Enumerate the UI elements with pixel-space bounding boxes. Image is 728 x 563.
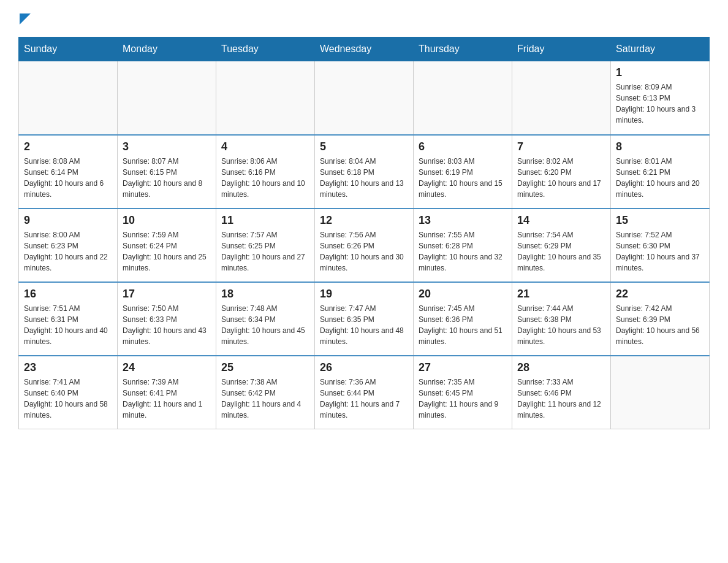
calendar-cell: 3Sunrise: 8:07 AM Sunset: 6:15 PM Daylig…	[118, 135, 216, 209]
calendar-week-row: 2Sunrise: 8:08 AM Sunset: 6:14 PM Daylig…	[19, 135, 710, 209]
calendar-cell: 26Sunrise: 7:36 AM Sunset: 6:44 PM Dayli…	[315, 356, 414, 429]
day-number: 25	[221, 361, 309, 374]
day-number: 26	[320, 361, 408, 374]
day-number: 6	[419, 140, 507, 153]
day-info: Sunrise: 7:59 AM Sunset: 6:24 PM Dayligh…	[123, 229, 211, 274]
calendar-cell	[19, 61, 118, 135]
calendar-cell: 14Sunrise: 7:54 AM Sunset: 6:29 PM Dayli…	[512, 209, 611, 282]
logo	[18, 12, 31, 25]
day-number: 14	[517, 214, 605, 227]
calendar-cell: 4Sunrise: 8:06 AM Sunset: 6:16 PM Daylig…	[216, 135, 315, 209]
day-info: Sunrise: 8:02 AM Sunset: 6:20 PM Dayligh…	[517, 156, 605, 200]
day-info: Sunrise: 7:42 AM Sunset: 6:39 PM Dayligh…	[616, 303, 704, 347]
calendar-cell	[512, 61, 611, 135]
calendar-cell: 24Sunrise: 7:39 AM Sunset: 6:41 PM Dayli…	[118, 356, 216, 429]
calendar-week-row: 1Sunrise: 8:09 AM Sunset: 6:13 PM Daylig…	[19, 61, 710, 135]
day-number: 27	[419, 361, 507, 374]
calendar-cell: 15Sunrise: 7:52 AM Sunset: 6:30 PM Dayli…	[611, 209, 710, 282]
calendar-cell: 6Sunrise: 8:03 AM Sunset: 6:19 PM Daylig…	[414, 135, 512, 209]
day-info: Sunrise: 7:50 AM Sunset: 6:33 PM Dayligh…	[123, 303, 211, 347]
day-info: Sunrise: 7:54 AM Sunset: 6:29 PM Dayligh…	[517, 229, 605, 274]
day-number: 2	[24, 140, 112, 153]
day-number: 18	[221, 288, 309, 301]
weekday-header-sunday: Sunday	[19, 37, 118, 61]
day-info: Sunrise: 7:56 AM Sunset: 6:26 PM Dayligh…	[320, 229, 408, 274]
day-number: 15	[616, 214, 704, 227]
day-info: Sunrise: 7:52 AM Sunset: 6:30 PM Dayligh…	[616, 229, 704, 274]
calendar-cell	[216, 61, 315, 135]
day-number: 20	[419, 288, 507, 301]
day-info: Sunrise: 7:38 AM Sunset: 6:42 PM Dayligh…	[221, 377, 309, 421]
calendar-cell: 28Sunrise: 7:33 AM Sunset: 6:46 PM Dayli…	[512, 356, 611, 429]
day-number: 24	[123, 361, 211, 374]
calendar-cell: 27Sunrise: 7:35 AM Sunset: 6:45 PM Dayli…	[414, 356, 512, 429]
calendar-cell: 22Sunrise: 7:42 AM Sunset: 6:39 PM Dayli…	[611, 282, 710, 356]
calendar-cell: 20Sunrise: 7:45 AM Sunset: 6:36 PM Dayli…	[414, 282, 512, 356]
calendar-cell: 9Sunrise: 8:00 AM Sunset: 6:23 PM Daylig…	[19, 209, 118, 282]
day-number: 17	[123, 288, 211, 301]
calendar-cell: 18Sunrise: 7:48 AM Sunset: 6:34 PM Dayli…	[216, 282, 315, 356]
svg-marker-0	[20, 13, 31, 25]
weekday-header-saturday: Saturday	[611, 37, 710, 61]
day-info: Sunrise: 7:45 AM Sunset: 6:36 PM Dayligh…	[419, 303, 507, 347]
weekday-header-tuesday: Tuesday	[216, 37, 315, 61]
day-info: Sunrise: 8:07 AM Sunset: 6:15 PM Dayligh…	[123, 156, 211, 200]
calendar-cell: 10Sunrise: 7:59 AM Sunset: 6:24 PM Dayli…	[118, 209, 216, 282]
day-number: 13	[419, 214, 507, 227]
calendar-cell: 23Sunrise: 7:41 AM Sunset: 6:40 PM Dayli…	[19, 356, 118, 429]
calendar-cell: 11Sunrise: 7:57 AM Sunset: 6:25 PM Dayli…	[216, 209, 315, 282]
calendar-cell	[118, 61, 216, 135]
calendar-cell: 19Sunrise: 7:47 AM Sunset: 6:35 PM Dayli…	[315, 282, 414, 356]
day-info: Sunrise: 7:44 AM Sunset: 6:38 PM Dayligh…	[517, 303, 605, 347]
day-number: 11	[221, 214, 309, 227]
day-info: Sunrise: 8:09 AM Sunset: 6:13 PM Dayligh…	[616, 82, 704, 126]
calendar-cell: 13Sunrise: 7:55 AM Sunset: 6:28 PM Dayli…	[414, 209, 512, 282]
day-info: Sunrise: 7:41 AM Sunset: 6:40 PM Dayligh…	[24, 377, 112, 421]
day-info: Sunrise: 7:55 AM Sunset: 6:28 PM Dayligh…	[419, 229, 507, 274]
day-number: 12	[320, 214, 408, 227]
day-number: 22	[616, 288, 704, 301]
weekday-header-row: SundayMondayTuesdayWednesdayThursdayFrid…	[19, 37, 710, 61]
day-number: 3	[123, 140, 211, 153]
day-info: Sunrise: 7:33 AM Sunset: 6:46 PM Dayligh…	[517, 377, 605, 421]
day-number: 4	[221, 140, 309, 153]
day-info: Sunrise: 8:04 AM Sunset: 6:18 PM Dayligh…	[320, 156, 408, 200]
logo-triangle-icon	[20, 13, 31, 25]
calendar-cell	[611, 356, 710, 429]
day-info: Sunrise: 8:06 AM Sunset: 6:16 PM Dayligh…	[221, 156, 309, 200]
calendar-week-row: 16Sunrise: 7:51 AM Sunset: 6:31 PM Dayli…	[19, 282, 710, 356]
day-number: 1	[616, 66, 704, 79]
day-info: Sunrise: 7:39 AM Sunset: 6:41 PM Dayligh…	[123, 377, 211, 421]
calendar-cell: 25Sunrise: 7:38 AM Sunset: 6:42 PM Dayli…	[216, 356, 315, 429]
day-info: Sunrise: 7:36 AM Sunset: 6:44 PM Dayligh…	[320, 377, 408, 421]
day-info: Sunrise: 7:48 AM Sunset: 6:34 PM Dayligh…	[221, 303, 309, 347]
day-info: Sunrise: 8:03 AM Sunset: 6:19 PM Dayligh…	[419, 156, 507, 200]
weekday-header-friday: Friday	[512, 37, 611, 61]
day-info: Sunrise: 8:00 AM Sunset: 6:23 PM Dayligh…	[24, 229, 112, 274]
day-number: 28	[517, 361, 605, 374]
day-info: Sunrise: 7:47 AM Sunset: 6:35 PM Dayligh…	[320, 303, 408, 347]
page-header	[18, 12, 710, 25]
calendar-cell: 5Sunrise: 8:04 AM Sunset: 6:18 PM Daylig…	[315, 135, 414, 209]
calendar-cell: 8Sunrise: 8:01 AM Sunset: 6:21 PM Daylig…	[611, 135, 710, 209]
calendar-cell	[414, 61, 512, 135]
weekday-header-thursday: Thursday	[414, 37, 512, 61]
day-info: Sunrise: 7:51 AM Sunset: 6:31 PM Dayligh…	[24, 303, 112, 347]
weekday-header-wednesday: Wednesday	[315, 37, 414, 61]
calendar-table: SundayMondayTuesdayWednesdayThursdayFrid…	[18, 37, 710, 429]
day-number: 19	[320, 288, 408, 301]
day-number: 8	[616, 140, 704, 153]
calendar-week-row: 23Sunrise: 7:41 AM Sunset: 6:40 PM Dayli…	[19, 356, 710, 429]
day-number: 5	[320, 140, 408, 153]
weekday-header-monday: Monday	[118, 37, 216, 61]
day-number: 9	[24, 214, 112, 227]
day-info: Sunrise: 7:35 AM Sunset: 6:45 PM Dayligh…	[419, 377, 507, 421]
day-number: 10	[123, 214, 211, 227]
calendar-cell: 21Sunrise: 7:44 AM Sunset: 6:38 PM Dayli…	[512, 282, 611, 356]
day-info: Sunrise: 8:08 AM Sunset: 6:14 PM Dayligh…	[24, 156, 112, 200]
day-number: 23	[24, 361, 112, 374]
day-number: 21	[517, 288, 605, 301]
day-info: Sunrise: 7:57 AM Sunset: 6:25 PM Dayligh…	[221, 229, 309, 274]
day-number: 7	[517, 140, 605, 153]
calendar-week-row: 9Sunrise: 8:00 AM Sunset: 6:23 PM Daylig…	[19, 209, 710, 282]
